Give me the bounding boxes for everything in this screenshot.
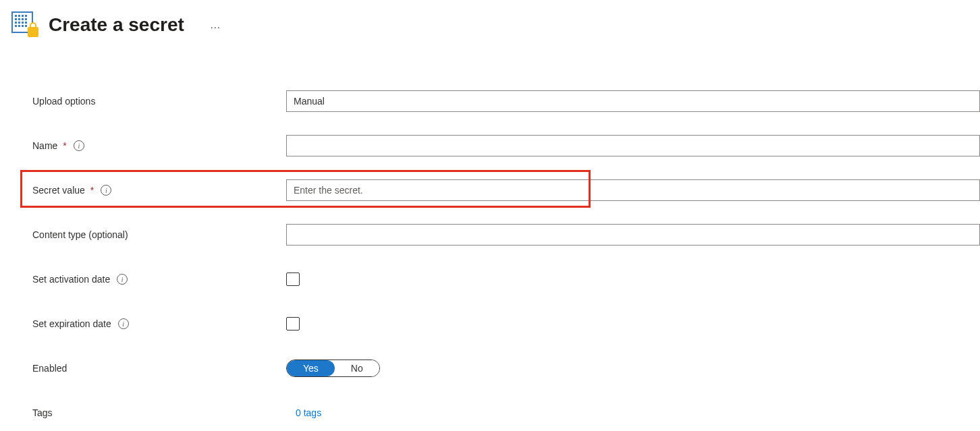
name-label: Name * i bbox=[32, 140, 286, 151]
name-input[interactable] bbox=[286, 135, 980, 156]
content-type-row: Content type (optional) bbox=[32, 224, 980, 246]
svg-rect-11 bbox=[22, 22, 24, 24]
upload-options-label: Upload options bbox=[32, 96, 286, 107]
svg-rect-16 bbox=[25, 25, 27, 27]
tags-label-text: Tags bbox=[32, 407, 53, 418]
svg-rect-4 bbox=[25, 15, 27, 17]
upload-options-label-text: Upload options bbox=[32, 96, 95, 107]
info-icon[interactable]: i bbox=[101, 185, 111, 196]
key-vault-secret-icon bbox=[11, 11, 39, 39]
required-indicator: * bbox=[90, 185, 94, 196]
secret-value-input[interactable] bbox=[286, 179, 980, 201]
svg-rect-3 bbox=[22, 15, 24, 17]
info-icon[interactable]: i bbox=[118, 318, 129, 329]
activation-date-row: Set activation date i bbox=[32, 268, 980, 290]
secret-value-label: Secret value * i bbox=[32, 185, 286, 196]
svg-rect-13 bbox=[15, 25, 17, 27]
tags-label: Tags bbox=[32, 407, 286, 418]
svg-rect-6 bbox=[18, 18, 20, 20]
svg-rect-12 bbox=[25, 22, 27, 24]
page-header: Create a secret … bbox=[11, 11, 980, 39]
svg-rect-14 bbox=[18, 25, 20, 27]
more-actions-button[interactable]: … bbox=[210, 19, 222, 31]
name-row: Name * i bbox=[32, 135, 980, 156]
activation-date-checkbox[interactable] bbox=[286, 272, 300, 286]
create-secret-form: Upload options Name * i Secret value * i bbox=[11, 90, 980, 424]
name-label-text: Name bbox=[32, 140, 57, 151]
enabled-toggle: Yes No bbox=[286, 360, 380, 377]
required-indicator: * bbox=[63, 140, 66, 151]
enabled-label: Enabled bbox=[32, 363, 286, 374]
activation-date-label: Set activation date i bbox=[32, 274, 286, 285]
svg-rect-7 bbox=[22, 18, 24, 20]
activation-date-label-text: Set activation date bbox=[32, 274, 110, 285]
upload-options-row: Upload options bbox=[32, 90, 980, 112]
content-type-label-text: Content type (optional) bbox=[32, 229, 128, 240]
svg-rect-5 bbox=[15, 18, 17, 20]
info-icon[interactable]: i bbox=[117, 274, 128, 285]
expiration-date-row: Set expiration date i bbox=[32, 313, 980, 335]
svg-rect-2 bbox=[18, 15, 20, 17]
svg-rect-8 bbox=[25, 18, 27, 20]
expiration-date-label-text: Set expiration date bbox=[32, 318, 111, 329]
secret-value-label-text: Secret value bbox=[32, 185, 85, 196]
content-type-label: Content type (optional) bbox=[32, 229, 286, 240]
enabled-label-text: Enabled bbox=[32, 363, 67, 374]
content-type-input[interactable] bbox=[286, 224, 980, 246]
secret-value-row: Secret value * i bbox=[32, 179, 980, 201]
svg-rect-1 bbox=[15, 15, 17, 17]
svg-rect-15 bbox=[22, 25, 24, 27]
enabled-yes-option[interactable]: Yes bbox=[287, 360, 335, 376]
svg-rect-9 bbox=[15, 22, 17, 24]
svg-rect-10 bbox=[18, 22, 20, 24]
page-title: Create a secret bbox=[49, 14, 184, 36]
enabled-row: Enabled Yes No bbox=[32, 357, 980, 379]
upload-options-select[interactable] bbox=[286, 90, 980, 112]
expiration-date-label: Set expiration date i bbox=[32, 318, 286, 329]
expiration-date-checkbox[interactable] bbox=[286, 317, 300, 331]
enabled-no-option[interactable]: No bbox=[335, 360, 379, 376]
tags-link[interactable]: 0 tags bbox=[286, 407, 321, 418]
info-icon[interactable]: i bbox=[74, 140, 84, 151]
tags-row: Tags 0 tags bbox=[32, 402, 980, 424]
